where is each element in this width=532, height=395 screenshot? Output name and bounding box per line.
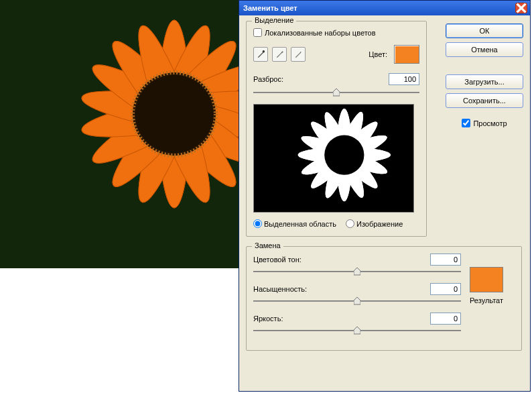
eyedropper-minus-icon[interactable]: -	[291, 47, 306, 62]
hue-slider[interactable]	[253, 267, 461, 276]
sat-slider[interactable]	[253, 296, 461, 306]
sat-label: Насыщенность:	[253, 285, 320, 293]
hue-label: Цветовой тон:	[253, 256, 320, 264]
hue-input[interactable]	[430, 253, 461, 266]
dialog-title: Заменить цвет	[243, 4, 515, 12]
localized-checkbox[interactable]	[253, 28, 262, 37]
radio-image[interactable]: Изображение	[346, 219, 403, 228]
load-button[interactable]: Загрузить...	[446, 74, 523, 89]
selection-legend: Выделение	[252, 16, 296, 24]
selection-group: Выделение Локализованные наборы цветов +…	[246, 21, 427, 237]
fuzziness-input[interactable]	[389, 73, 419, 85]
fuzziness-label: Разброс:	[253, 75, 389, 83]
svg-marker-25	[333, 89, 340, 96]
svg-point-22	[263, 50, 265, 53]
close-button[interactable]	[515, 3, 527, 13]
button-column: ОК Отмена Загрузить... Сохранить... Прос…	[446, 23, 523, 127]
light-slider[interactable]	[253, 326, 461, 335]
preview-label: Просмотр	[473, 119, 507, 127]
svg-marker-46	[354, 327, 360, 334]
svg-text:+: +	[281, 50, 284, 54]
titlebar[interactable]: Заменить цвет	[239, 1, 530, 15]
svg-text:-: -	[300, 50, 302, 54]
result-label: Результат	[460, 296, 513, 304]
light-label: Яркость:	[253, 315, 320, 323]
svg-point-20	[135, 75, 213, 153]
replace-legend: Замена	[252, 241, 283, 249]
color-label: Цвет:	[369, 50, 387, 58]
selection-preview[interactable]	[253, 104, 414, 213]
eyedropper-icon[interactable]	[253, 47, 268, 62]
fuzziness-slider[interactable]	[253, 88, 419, 97]
svg-marker-44	[354, 268, 360, 275]
source-image	[0, 0, 241, 268]
save-button[interactable]: Сохранить...	[446, 93, 523, 108]
replace-group: Замена Цветовой тон: Насыщенность:	[246, 246, 522, 351]
replace-color-dialog: Заменить цвет ОК Отмена Загрузить... Сох…	[239, 0, 531, 392]
radio-selection[interactable]: Выделенная область	[253, 219, 336, 228]
cancel-button[interactable]: Отмена	[446, 42, 523, 57]
light-input[interactable]	[430, 313, 461, 325]
color-swatch[interactable]	[394, 45, 419, 64]
eyedropper-plus-icon[interactable]: +	[272, 47, 287, 62]
preview-checkbox[interactable]	[462, 119, 470, 127]
result-swatch[interactable]	[470, 267, 503, 292]
svg-point-43	[324, 135, 364, 174]
svg-marker-45	[354, 297, 360, 304]
localized-label: Локализованные наборы цветов	[265, 29, 376, 37]
sat-input[interactable]	[430, 283, 461, 295]
ok-button[interactable]: ОК	[446, 23, 523, 38]
